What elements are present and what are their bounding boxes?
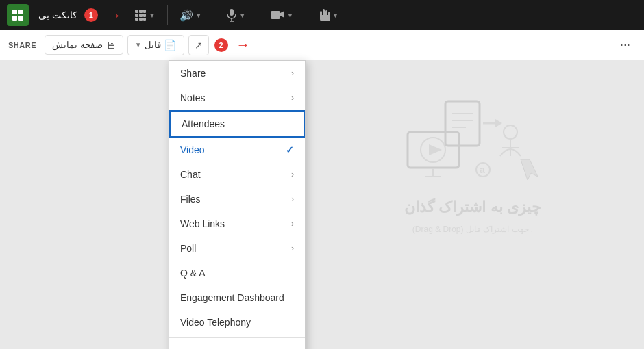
menu-item-chat[interactable]: Chat › bbox=[169, 162, 305, 187]
svg-rect-10 bbox=[135, 18, 138, 21]
poll-arrow-icon: › bbox=[291, 244, 294, 253]
svg-text:a: a bbox=[480, 164, 485, 175]
sep-4 bbox=[306, 5, 306, 25]
mic-button[interactable]: ▼ bbox=[223, 5, 249, 25]
sep-2 bbox=[214, 5, 214, 25]
menu-item-notes[interactable]: Notes › bbox=[169, 86, 305, 110]
menu-share-label: Share bbox=[180, 68, 206, 79]
volume-icon: 🔊 bbox=[179, 9, 193, 22]
menu-item-files[interactable]: Files › bbox=[169, 187, 305, 211]
share-arrow-icon: › bbox=[291, 68, 294, 78]
empty-title: چیزی به اشتراک گذان bbox=[404, 198, 541, 216]
menu-divider bbox=[169, 337, 305, 338]
share-extra-button[interactable]: ↗ bbox=[188, 35, 209, 55]
svg-rect-2 bbox=[12, 16, 17, 21]
svg-rect-12 bbox=[143, 18, 146, 21]
chat-arrow-icon: › bbox=[291, 170, 294, 179]
empty-illustration: a bbox=[404, 94, 541, 190]
menu-item-position[interactable]: ✓ ...ان جایبایی و تغییر اندازه bbox=[169, 341, 305, 349]
svg-rect-9 bbox=[143, 14, 146, 17]
menu-poll-label: Poll bbox=[180, 243, 196, 254]
menu-attendees-label: Attendees bbox=[182, 118, 225, 129]
hand-button[interactable]: ▼ bbox=[314, 5, 343, 25]
share-toolbar: SHARE 🖥 صفحه نمایش 📄 فایل ▼ ↗ 2 → ··· bbox=[0, 30, 644, 60]
svg-rect-0 bbox=[12, 10, 17, 14]
menu-qna-label: Q & A bbox=[180, 268, 206, 279]
menu-item-attendees[interactable]: Attendees bbox=[169, 110, 305, 138]
share-extra-icon: ↗ bbox=[195, 40, 203, 51]
app-title: کانکت بی bbox=[38, 10, 77, 21]
menu-item-qna[interactable]: Q & A bbox=[169, 261, 305, 285]
dropdown-menu: Share › Notes › Attendees Video ✓ Chat ›… bbox=[169, 60, 306, 349]
file-share-label: فایل bbox=[145, 40, 161, 50]
svg-rect-8 bbox=[139, 14, 143, 17]
weblinks-arrow-icon: › bbox=[291, 219, 294, 229]
arrow-2: → bbox=[236, 37, 250, 53]
main-content: a چیزی به اشتراک گذان . جهت اشتراک فایل … bbox=[0, 60, 644, 349]
svg-rect-13 bbox=[230, 9, 234, 16]
menu-item-weblinks[interactable]: Web Links › bbox=[169, 211, 305, 236]
badge-1: 1 bbox=[84, 8, 98, 22]
svg-rect-6 bbox=[143, 10, 146, 13]
svg-rect-21 bbox=[445, 101, 480, 146]
topbar: کانکت بی 1 → ▼ 🔊 ▼ ▼ bbox=[0, 0, 644, 30]
camera-chevron: ▼ bbox=[287, 12, 294, 19]
badge-2: 2 bbox=[214, 38, 228, 52]
svg-rect-1 bbox=[18, 10, 23, 14]
empty-state: a چیزی به اشتراک گذان . جهت اشتراک فایل … bbox=[404, 94, 541, 234]
svg-rect-5 bbox=[139, 10, 143, 13]
file-share-button[interactable]: 📄 فایل ▼ bbox=[127, 35, 184, 55]
hand-chevron: ▼ bbox=[332, 12, 339, 19]
notes-arrow-icon: › bbox=[291, 93, 294, 103]
sep-3 bbox=[258, 5, 258, 25]
menu-item-share[interactable]: Share › bbox=[169, 61, 305, 86]
menu-weblinks-label: Web Links bbox=[180, 218, 225, 229]
svg-rect-3 bbox=[18, 16, 23, 21]
svg-marker-26 bbox=[495, 119, 502, 127]
apps-button[interactable]: ▼ bbox=[131, 6, 159, 24]
svg-rect-16 bbox=[271, 11, 280, 19]
menu-engagement-label: Engagement Dashboard bbox=[180, 292, 284, 303]
menu-video-label: Video bbox=[180, 144, 205, 155]
file-icon: 📄 bbox=[164, 39, 177, 51]
sep-1 bbox=[167, 5, 168, 25]
screen-share-button[interactable]: 🖥 صفحه نمایش bbox=[45, 35, 123, 55]
file-chevron: ▼ bbox=[135, 41, 142, 49]
arrow-1: → bbox=[108, 8, 121, 23]
menu-chat-label: Chat bbox=[180, 169, 201, 180]
menu-item-engagement[interactable]: Engagement Dashboard bbox=[169, 285, 305, 310]
screen-share-label: صفحه نمایش bbox=[52, 40, 103, 50]
apps-chevron: ▼ bbox=[149, 12, 156, 19]
screen-icon: 🖥 bbox=[106, 39, 116, 51]
svg-rect-7 bbox=[135, 14, 138, 17]
video-check-icon: ✓ bbox=[286, 144, 294, 155]
svg-marker-31 bbox=[429, 144, 442, 155]
menu-item-poll[interactable]: Poll › bbox=[169, 236, 305, 261]
mic-chevron: ▼ bbox=[239, 12, 246, 19]
menu-telephony-label: Video Telephony bbox=[180, 317, 251, 328]
svg-point-32 bbox=[504, 125, 517, 139]
menu-item-video[interactable]: Video ✓ bbox=[169, 138, 305, 162]
svg-rect-11 bbox=[139, 18, 143, 21]
empty-sub: . جهت اشتراک فایل (Drag & Drop) bbox=[412, 224, 533, 234]
menu-files-label: Files bbox=[180, 194, 201, 205]
files-arrow-icon: › bbox=[291, 194, 294, 204]
volume-button[interactable]: 🔊 ▼ bbox=[176, 6, 206, 25]
share-label: SHARE bbox=[8, 41, 36, 49]
svg-rect-4 bbox=[135, 10, 138, 13]
menu-notes-label: Notes bbox=[180, 92, 206, 103]
app-logo bbox=[7, 4, 29, 26]
volume-chevron: ▼ bbox=[195, 12, 202, 19]
camera-button[interactable]: ▼ bbox=[267, 7, 297, 23]
more-options-button[interactable]: ··· bbox=[615, 35, 636, 55]
menu-item-telephony[interactable]: Video Telephony bbox=[169, 310, 305, 335]
